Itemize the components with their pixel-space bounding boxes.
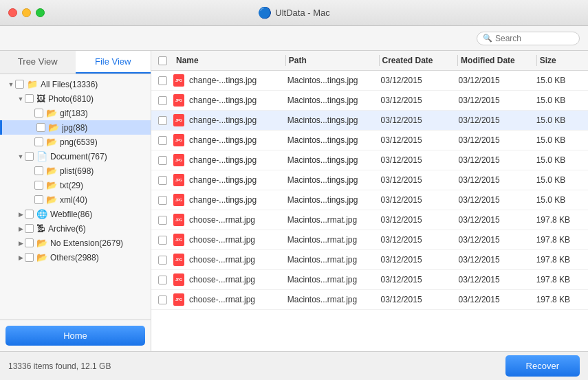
arrow-icon: ▶ xyxy=(17,240,25,247)
tree-item-document[interactable]: ▼ 📄 Document(767) xyxy=(0,149,151,164)
row-checkbox[interactable] xyxy=(158,236,167,245)
main-content: Tree View File View ▼ 📁 All Files(13336)… xyxy=(0,51,588,351)
items-found-text: 13336 items found, 12.1 GB xyxy=(8,361,111,371)
tree-item-noext[interactable]: ▶ 📂 No Extension(2679) xyxy=(0,236,151,250)
folder-icon: 📂 xyxy=(36,238,47,248)
checkbox-jpg[interactable] xyxy=(36,123,45,132)
checkbox-others[interactable] xyxy=(25,253,34,262)
row-checkbox[interactable] xyxy=(158,196,167,205)
checkbox-all[interactable] xyxy=(15,80,24,89)
file-icon: JPG xyxy=(173,273,186,286)
tree-item-all[interactable]: ▼ 📁 All Files(13336) xyxy=(0,77,151,91)
row-checkbox-col xyxy=(151,76,173,85)
document-icon: 📄 xyxy=(36,151,47,161)
jpg-icon: JPG xyxy=(173,234,184,246)
checkbox-txt[interactable] xyxy=(34,181,43,190)
file-name-text: change-...tings.jpg xyxy=(189,96,257,105)
sidebar-bottom: Home xyxy=(0,320,151,351)
checkbox-photo[interactable] xyxy=(25,94,34,103)
tree-label-noext: No Extension(2679) xyxy=(50,238,146,248)
table-row[interactable]: JPG choose-...rmat.jpg Macintos...rmat.j… xyxy=(151,250,588,270)
file-name-cell: JPG change-...tings.jpg xyxy=(173,194,287,206)
file-name-cell: JPG choose-...rmat.jpg xyxy=(173,254,287,266)
tree-item-txt[interactable]: 📂 txt(29) xyxy=(0,178,151,192)
minimize-button[interactable] xyxy=(22,8,31,17)
tree-label-archive: Archive(6) xyxy=(48,224,146,234)
file-name-cell: JPG change-...tings.jpg xyxy=(173,114,287,126)
file-modified: 03/12/2015 xyxy=(459,155,536,165)
tree-item-gif[interactable]: 📂 gif(183) xyxy=(0,106,151,120)
tab-tree-view[interactable]: Tree View xyxy=(0,51,76,74)
table-row[interactable]: JPG change-...tings.jpg Macintos...tings… xyxy=(151,190,588,210)
table-row[interactable]: JPG choose-...rmat.jpg Macintos...rmat.j… xyxy=(151,290,588,310)
tab-file-view[interactable]: File View xyxy=(76,51,151,74)
row-checkbox[interactable] xyxy=(158,156,167,165)
tree-item-webfile[interactable]: ▶ 🌐 Webfile(86) xyxy=(0,207,151,221)
folder-icon: 📂 xyxy=(46,108,57,118)
tree-item-jpg[interactable]: 📂 jpg(88) xyxy=(0,120,151,135)
table-row[interactable]: JPG choose-...rmat.jpg Macintos...rmat.j… xyxy=(151,270,588,290)
checkbox-noext[interactable] xyxy=(25,238,34,247)
row-checkbox[interactable] xyxy=(158,295,167,304)
folder-icon: 📁 xyxy=(27,79,38,89)
header-checkbox[interactable] xyxy=(158,56,167,65)
checkbox-webfile[interactable] xyxy=(25,210,34,219)
folder-icon: 📂 xyxy=(48,122,59,133)
recover-button[interactable]: Recover xyxy=(505,355,580,377)
table-row[interactable]: JPG change-...tings.jpg Macintos...tings… xyxy=(151,150,588,170)
search-input[interactable] xyxy=(495,34,574,43)
table-row[interactable]: JPG change-...tings.jpg Macintos...tings… xyxy=(151,71,588,91)
table-row[interactable]: JPG change-...tings.jpg Macintos...tings… xyxy=(151,91,588,111)
file-path: Macintos...rmat.jpg xyxy=(287,295,381,304)
home-button[interactable]: Home xyxy=(6,326,145,346)
file-name-cell: JPG change-...tings.jpg xyxy=(173,174,287,186)
tree-item-plist[interactable]: 📂 plist(698) xyxy=(0,164,151,178)
search-icon: 🔍 xyxy=(483,34,492,43)
file-path: Macintos...tings.jpg xyxy=(287,175,381,185)
row-checkbox[interactable] xyxy=(158,116,167,125)
checkbox-xml[interactable] xyxy=(34,195,43,204)
table-row[interactable]: JPG change-...tings.jpg Macintos...tings… xyxy=(151,131,588,150)
table-row[interactable]: JPG choose-...rmat.jpg Macintos...rmat.j… xyxy=(151,230,588,250)
arrow-icon: ▼ xyxy=(17,96,25,102)
file-name-cell: JPG change-...tings.jpg xyxy=(173,74,287,87)
title-bar: 🔵 UltData - Mac xyxy=(0,0,588,26)
table-row[interactable]: JPG choose-...rmat.jpg Macintos...rmat.j… xyxy=(151,210,588,230)
file-size: 15.0 KB xyxy=(536,76,588,85)
maximize-button[interactable] xyxy=(36,8,45,17)
row-checkbox[interactable] xyxy=(158,96,167,105)
tree-item-png[interactable]: 📂 png(6539) xyxy=(0,135,151,149)
tree-item-xml[interactable]: 📂 xml(40) xyxy=(0,192,151,207)
table-row[interactable]: JPG change-...tings.jpg Macintos...tings… xyxy=(151,170,588,190)
table-row[interactable]: JPG change-...tings.jpg Macintos...tings… xyxy=(151,111,588,131)
row-checkbox[interactable] xyxy=(158,76,167,85)
row-checkbox[interactable] xyxy=(158,216,167,225)
row-checkbox[interactable] xyxy=(158,276,167,284)
checkbox-plist[interactable] xyxy=(34,166,43,175)
close-button[interactable] xyxy=(8,8,17,17)
file-size: 15.0 KB xyxy=(536,175,588,185)
checkbox-archive[interactable] xyxy=(25,224,34,233)
file-icon: JPG xyxy=(173,293,186,306)
file-name-cell: JPG choose-...rmat.jpg xyxy=(173,273,287,286)
photo-icon: 🖼 xyxy=(36,93,45,104)
file-size: 197.8 KB xyxy=(536,255,588,265)
row-checkbox[interactable] xyxy=(158,136,167,145)
file-list-header: Name Path Created Date Modified Date Siz… xyxy=(151,51,588,71)
row-checkbox[interactable] xyxy=(158,256,167,265)
file-icon: JPG xyxy=(173,74,186,87)
file-modified: 03/12/2015 xyxy=(459,195,536,205)
checkbox-png[interactable] xyxy=(34,137,43,146)
sidebar-tree[interactable]: ▼ 📁 All Files(13336) ▼ 🖼 Photo(6810) 📂 g… xyxy=(0,74,151,320)
file-list-body[interactable]: JPG change-...tings.jpg Macintos...tings… xyxy=(151,71,588,351)
tree-item-others[interactable]: ▶ 📂 Others(2988) xyxy=(0,250,151,265)
checkbox-gif[interactable] xyxy=(34,109,43,118)
tree-item-photo[interactable]: ▼ 🖼 Photo(6810) xyxy=(0,91,151,106)
checkbox-document[interactable] xyxy=(25,152,34,161)
file-path: Macintos...rmat.jpg xyxy=(287,215,381,225)
file-name-cell: JPG change-...tings.jpg xyxy=(173,94,287,107)
file-list-area: Name Path Created Date Modified Date Siz… xyxy=(151,51,588,351)
tree-item-archive[interactable]: ▶ 🗜 Archive(6) xyxy=(0,221,151,236)
arrow-icon: ▶ xyxy=(17,254,25,261)
row-checkbox[interactable] xyxy=(158,176,167,185)
